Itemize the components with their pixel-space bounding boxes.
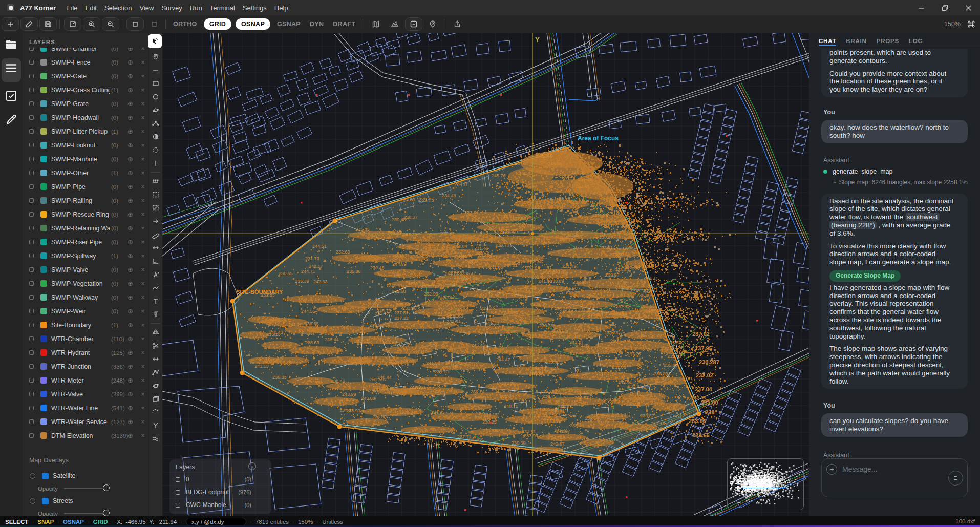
svg-text:235.65: 235.65 — [355, 227, 370, 232]
svg-text:244.71: 244.71 — [301, 269, 315, 274]
svg-text:242.17: 242.17 — [309, 264, 323, 269]
svg-text:239.96: 239.96 — [572, 280, 587, 285]
svg-text:237.70: 237.70 — [445, 360, 459, 365]
svg-text:235.88: 235.88 — [347, 269, 361, 274]
svg-text:231.23: 231.23 — [566, 290, 580, 296]
svg-text:231.18: 231.18 — [531, 205, 546, 210]
svg-text:230.37: 230.37 — [599, 235, 613, 240]
svg-text:241.13: 241.13 — [254, 364, 269, 369]
svg-text:239.24: 239.24 — [480, 306, 495, 311]
svg-text:230.74: 230.74 — [471, 389, 485, 394]
svg-text:241.67: 241.67 — [508, 261, 523, 266]
svg-text:235.21: 235.21 — [554, 306, 568, 311]
svg-text:244.88: 244.88 — [505, 349, 519, 354]
svg-text:237.87: 237.87 — [339, 408, 354, 413]
svg-text:231.79: 231.79 — [562, 264, 577, 269]
svg-text:240.91: 240.91 — [550, 408, 565, 413]
svg-text:230.46: 230.46 — [331, 378, 345, 384]
svg-text:242.20: 242.20 — [561, 174, 576, 179]
svg-text:242.89: 242.89 — [363, 355, 377, 360]
svg-text:237.72: 237.72 — [457, 434, 472, 439]
svg-text:233.40: 233.40 — [615, 267, 629, 272]
svg-text:240.61: 240.61 — [389, 283, 403, 288]
svg-text:240.12: 240.12 — [571, 334, 586, 339]
svg-text:234.80: 234.80 — [372, 414, 387, 419]
svg-text:231.70: 231.70 — [305, 256, 319, 261]
svg-text:244.51: 244.51 — [312, 244, 327, 249]
svg-text:237.51: 237.51 — [394, 310, 409, 315]
svg-text:237.86: 237.86 — [512, 216, 526, 221]
svg-text:242.14: 242.14 — [612, 413, 626, 418]
svg-text:236.18: 236.18 — [559, 237, 573, 242]
svg-text:231.46: 231.46 — [474, 246, 488, 251]
svg-text:234.17: 234.17 — [451, 255, 465, 260]
svg-text:244.84: 244.84 — [453, 244, 467, 249]
svg-text:244.71: 244.71 — [421, 252, 435, 258]
svg-text:244.54: 244.54 — [475, 251, 489, 256]
svg-text:237.96: 237.96 — [524, 433, 538, 438]
svg-text:242.73: 242.73 — [340, 397, 355, 402]
svg-text:236.40: 236.40 — [636, 293, 651, 298]
svg-text:235.39: 235.39 — [295, 279, 309, 284]
svg-text:231.38: 231.38 — [607, 189, 621, 194]
svg-text:236.63: 236.63 — [305, 340, 319, 345]
svg-text:234.99: 234.99 — [463, 276, 478, 281]
svg-text:239.88: 239.88 — [529, 371, 544, 376]
svg-text:235.83: 235.83 — [664, 363, 678, 368]
svg-text:Y: Y — [535, 36, 540, 44]
svg-text:245.76: 245.76 — [556, 197, 570, 202]
svg-text:240.44: 240.44 — [377, 375, 392, 380]
svg-text:233.48: 233.48 — [545, 360, 560, 365]
svg-text:243.88: 243.88 — [361, 396, 375, 401]
svg-text:242.71: 242.71 — [593, 191, 608, 196]
svg-text:239.36: 239.36 — [369, 323, 384, 328]
svg-text:242.67: 242.67 — [550, 441, 565, 447]
svg-text:240.97: 240.97 — [518, 223, 532, 228]
svg-text:244.99: 244.99 — [392, 262, 407, 267]
svg-text:229.66: 229.66 — [692, 432, 710, 438]
svg-text:243.26: 243.26 — [551, 435, 565, 440]
svg-text:230.75: 230.75 — [542, 394, 557, 399]
svg-text:230.73: 230.73 — [643, 288, 657, 293]
svg-text:235.68: 235.68 — [392, 289, 406, 294]
svg-text:236.26: 236.26 — [540, 389, 555, 394]
svg-text:242.50: 242.50 — [504, 310, 518, 315]
svg-text:233.96: 233.96 — [402, 306, 417, 311]
svg-text:235.13: 235.13 — [266, 332, 281, 337]
svg-text:244.47: 244.47 — [496, 357, 510, 362]
svg-text:236.11: 236.11 — [679, 376, 693, 381]
svg-text:287.02: 287.02 — [692, 331, 710, 337]
svg-text:232.99: 232.99 — [424, 291, 438, 297]
svg-text:237.61: 237.61 — [534, 413, 548, 418]
svg-text:230.55: 230.55 — [572, 200, 586, 205]
svg-text:245.40: 245.40 — [536, 153, 553, 159]
svg-text:240.38: 240.38 — [522, 285, 536, 290]
svg-text:245.56: 245.56 — [548, 161, 562, 166]
svg-text:244.55: 244.55 — [301, 309, 315, 314]
svg-text:231.17: 231.17 — [375, 311, 389, 317]
svg-text:233.06: 233.06 — [689, 418, 706, 424]
svg-text:241.16: 241.16 — [651, 421, 665, 426]
svg-text:234.15: 234.15 — [483, 412, 498, 417]
svg-text:243.52: 243.52 — [382, 340, 397, 345]
svg-text:SITE-BOUNDARY: SITE-BOUNDARY — [236, 289, 283, 295]
svg-text:234.14: 234.14 — [515, 161, 529, 166]
svg-text:240.10: 240.10 — [387, 230, 401, 236]
svg-text:232.80: 232.80 — [401, 197, 415, 202]
svg-text:242.28: 242.28 — [606, 198, 620, 203]
svg-text:234.71: 234.71 — [396, 253, 410, 258]
svg-text:239.37: 239.37 — [532, 302, 547, 307]
svg-text:245.48: 245.48 — [465, 259, 480, 264]
svg-text:241.66: 241.66 — [489, 265, 503, 270]
svg-text:234.69: 234.69 — [497, 230, 511, 235]
svg-text:243.47: 243.47 — [350, 361, 364, 366]
svg-text:243.57: 243.57 — [354, 339, 369, 344]
svg-text:230.39: 230.39 — [512, 440, 526, 446]
svg-text:243.24: 243.24 — [551, 147, 567, 153]
svg-text:240.71: 240.71 — [504, 404, 518, 409]
svg-text:238.70: 238.70 — [434, 369, 449, 374]
svg-text:233.97: 233.97 — [588, 312, 602, 317]
svg-text:240.74: 240.74 — [319, 331, 334, 336]
svg-text:233.88: 233.88 — [501, 381, 516, 386]
svg-text:238.48: 238.48 — [570, 423, 584, 428]
